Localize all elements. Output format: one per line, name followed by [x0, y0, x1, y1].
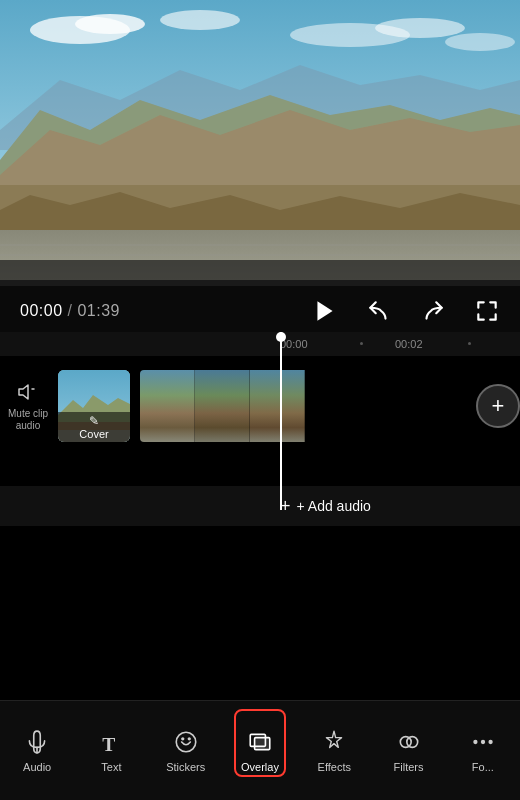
- svg-point-33: [481, 739, 485, 743]
- redo-button[interactable]: [420, 298, 446, 324]
- svg-point-31: [406, 736, 417, 747]
- track-left-tools: Mute clip audio: [0, 370, 140, 442]
- fullscreen-button[interactable]: [474, 298, 500, 324]
- cover-button[interactable]: ✎ Cover: [58, 370, 130, 442]
- svg-rect-15: [0, 260, 520, 280]
- more-icon: [470, 729, 496, 755]
- mute-clip-button[interactable]: Mute clip audio: [8, 380, 48, 432]
- svg-point-3: [160, 10, 240, 30]
- video-track-strip[interactable]: +: [140, 370, 520, 442]
- overlay-icon: [247, 729, 273, 755]
- redo-icon: [420, 298, 446, 324]
- playhead: [280, 332, 282, 510]
- filters-icon: [396, 729, 422, 755]
- text-label: Text: [101, 761, 121, 773]
- add-clip-button[interactable]: +: [476, 384, 520, 428]
- effects-label: Effects: [318, 761, 351, 773]
- audio-icon: [24, 729, 50, 755]
- time-separator: /: [63, 302, 78, 319]
- svg-marker-16: [317, 301, 332, 321]
- clip-frame-2: [195, 370, 250, 442]
- toolbar-stickers[interactable]: Stickers: [149, 701, 223, 800]
- cover-overlay: ✎ Cover: [58, 412, 130, 442]
- play-button[interactable]: [312, 298, 338, 324]
- speaker-icon: [16, 380, 40, 404]
- toolbar-more[interactable]: Fo...: [446, 701, 520, 800]
- effects-icon: [321, 729, 347, 755]
- cover-edit-icon: ✎: [89, 414, 99, 428]
- stickers-label: Stickers: [166, 761, 205, 773]
- svg-text:T: T: [103, 733, 116, 754]
- add-audio-label: + Add audio: [297, 498, 371, 514]
- svg-point-5: [375, 18, 465, 38]
- fullscreen-icon: [474, 298, 500, 324]
- svg-rect-29: [255, 737, 270, 749]
- svg-point-25: [176, 732, 196, 752]
- video-preview: [0, 0, 520, 280]
- text-icon: T: [98, 729, 124, 755]
- video-track-row: Mute clip audio: [0, 366, 520, 446]
- svg-marker-17: [19, 385, 28, 399]
- time-display: 00:00 / 01:39: [20, 302, 120, 320]
- audio-label: Audio: [23, 761, 51, 773]
- svg-point-6: [445, 33, 515, 51]
- play-icon: [312, 298, 338, 324]
- svg-point-26: [181, 737, 184, 740]
- svg-point-27: [187, 737, 190, 740]
- clip-frame-1: [140, 370, 195, 442]
- controls-area: 00:00 / 01:39: [0, 286, 520, 332]
- timeline-ruler: 00:00 00:02: [0, 332, 520, 356]
- svg-point-32: [473, 739, 477, 743]
- filters-label: Filters: [394, 761, 424, 773]
- add-audio-row: + + Add audio: [0, 486, 520, 526]
- clip-frame-3: [250, 370, 305, 442]
- cover-label: Cover: [79, 428, 108, 440]
- toolbar-audio[interactable]: Audio: [0, 701, 74, 800]
- control-buttons: [312, 298, 500, 324]
- stickers-icon: [173, 729, 199, 755]
- mute-clip-label: Mute clip audio: [8, 408, 48, 432]
- toolbar-overlay[interactable]: Overlay: [223, 701, 297, 800]
- timeline-tracks: Mute clip audio: [0, 356, 520, 486]
- toolbar-filters[interactable]: Filters: [371, 701, 445, 800]
- undo-icon: [366, 298, 392, 324]
- current-time: 00:00: [20, 302, 63, 319]
- video-clip-strip: [140, 370, 468, 442]
- overlay-label: Overlay: [241, 761, 279, 773]
- svg-point-2: [75, 14, 145, 34]
- more-label: Fo...: [472, 761, 494, 773]
- toolbar-effects[interactable]: Effects: [297, 701, 371, 800]
- bottom-toolbar: Audio T Text Stickers Overlay Effects: [0, 700, 520, 800]
- add-audio-button[interactable]: + + Add audio: [280, 496, 371, 517]
- total-time: 01:39: [77, 302, 120, 319]
- svg-point-34: [488, 739, 492, 743]
- toolbar-text[interactable]: T Text: [74, 701, 148, 800]
- undo-button[interactable]: [366, 298, 392, 324]
- ruler-time-end: 00:02: [395, 338, 423, 350]
